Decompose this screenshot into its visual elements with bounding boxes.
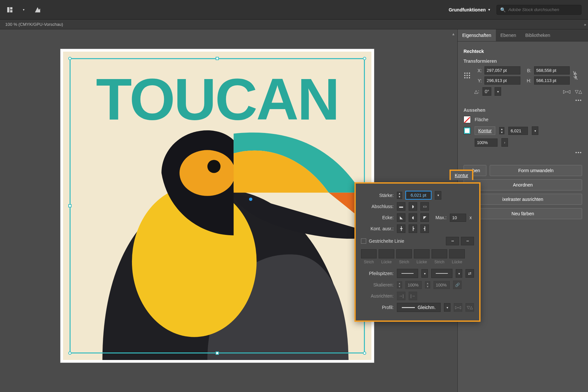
stock-search[interactable]: 🔍 — [497, 5, 581, 15]
quick-export-icon[interactable] — [34, 7, 41, 13]
svg-rect-1 — [10, 7, 12, 9]
gap-input[interactable] — [379, 249, 394, 258]
opacity-dropdown[interactable]: › — [501, 138, 508, 147]
dash-input[interactable] — [396, 249, 412, 258]
qa-arrange[interactable]: Anordnen — [464, 179, 582, 190]
qa-pixel-align[interactable]: ixelraster ausrichten — [464, 194, 582, 205]
home-icon[interactable] — [7, 7, 13, 13]
transform-more-icon[interactable]: ••• — [464, 98, 582, 103]
workspace-switcher[interactable]: Grundfunktionen ▾ — [449, 7, 490, 12]
h-value[interactable]: 566,113 pt — [534, 76, 570, 85]
stroke-popout-panel: Stärke: ▲▼ ▾ Abschluss: ▬ ◗ ▭ Ecke: ◣ ◖ … — [354, 182, 481, 322]
arrow-start-select[interactable] — [397, 269, 418, 278]
dashed-label: Gestrichelte Linie — [369, 238, 404, 244]
arrow-start-dropdown[interactable]: ▾ — [421, 269, 428, 278]
sp-weight-dropdown[interactable]: ▾ — [435, 191, 441, 200]
corner-miter-icon[interactable]: ◣ — [397, 213, 405, 222]
angle-value[interactable]: 0° — [482, 87, 491, 96]
dash-input[interactable] — [361, 249, 377, 258]
link-wh-icon[interactable] — [572, 71, 582, 80]
panel-tabs: Eigenschaften Ebenen Bibliotheken — [458, 29, 588, 41]
gap-input[interactable] — [449, 249, 465, 258]
y-value[interactable]: 296,913 pt — [484, 76, 520, 85]
selection-handle[interactable] — [216, 57, 219, 60]
corner-round-icon[interactable]: ◖ — [409, 213, 417, 222]
arrange-docs-dropdown[interactable]: ▾ — [23, 8, 24, 11]
stroke-weight-dropdown[interactable]: ▾ — [532, 126, 538, 135]
svg-point-10 — [464, 75, 466, 76]
cap-butt-icon[interactable]: ▬ — [397, 202, 405, 211]
swap-arrows-icon[interactable]: ⇄ — [466, 269, 474, 278]
sp-limit-suffix: x — [469, 215, 472, 220]
selection-handle[interactable] — [216, 351, 219, 355]
scale-start-stepper: ▲▼ — [397, 281, 402, 288]
sp-limit-value[interactable]: 10 — [450, 214, 466, 222]
align-center-icon[interactable]: ╋ — [397, 224, 405, 233]
selection-handle[interactable] — [68, 351, 72, 355]
svg-rect-2 — [10, 10, 12, 12]
corner-bevel-icon[interactable]: ◤ — [420, 213, 429, 222]
stroke-swatch[interactable] — [464, 127, 471, 134]
arrow-end-dropdown[interactable]: ▾ — [456, 269, 462, 278]
qa-recolor[interactable]: Neu färben — [464, 208, 582, 219]
artboard[interactable]: TOUCAN — [60, 49, 374, 363]
scroll-up-icon[interactable]: ▲ — [451, 31, 456, 37]
w-value[interactable]: 568,558 pt — [534, 66, 570, 74]
expand-panels-icon[interactable]: » — [584, 23, 588, 26]
document-tab[interactable]: 100 % (CMYK/GPU-Vorschau) — [2, 22, 66, 27]
appearance-more-icon[interactable]: ••• — [464, 150, 582, 155]
svg-point-11 — [466, 75, 468, 76]
x-value[interactable]: 297,057 pt — [484, 66, 520, 74]
align-outside-icon[interactable]: ┫ — [420, 224, 429, 233]
sp-weight-stepper[interactable]: ▲▼ — [397, 192, 402, 199]
tab-layers[interactable]: Ebenen — [496, 29, 521, 41]
tab-properties[interactable]: Eigenschaften — [458, 29, 496, 41]
appearance-heading: Aussehen — [464, 107, 582, 113]
dash-align-icon[interactable]: ┉ — [461, 237, 474, 245]
flip-vertical-icon[interactable]: ▽△ — [575, 89, 582, 94]
selection-handle[interactable] — [68, 57, 72, 60]
dash-input[interactable] — [432, 249, 447, 258]
cap-round-icon[interactable]: ◗ — [409, 202, 417, 211]
selection-handle[interactable] — [363, 351, 366, 355]
sp-cap-label: Abschluss: — [361, 204, 394, 209]
x-label: X: — [473, 68, 482, 73]
flip-horizontal-icon[interactable]: ▷◁ — [563, 89, 570, 94]
workspace-label: Grundfunktionen — [449, 7, 486, 12]
stroke-popout-header[interactable]: Kontur — [449, 170, 473, 180]
stock-search-input[interactable] — [508, 7, 578, 12]
selection-handle[interactable] — [68, 204, 72, 207]
arrow-end-select[interactable] — [431, 269, 452, 278]
qa-convert-shape[interactable]: Form umwandeln — [490, 165, 582, 176]
gap-input[interactable] — [414, 249, 430, 258]
sp-weight-input[interactable] — [405, 191, 432, 200]
scale-end-value: 100% — [433, 281, 450, 289]
dash-col-label: Strich — [361, 260, 377, 264]
stroke-weight-stepper[interactable]: ▲▼ — [499, 127, 504, 134]
flip-profile-h-icon: ▷◁ — [454, 303, 462, 312]
tab-libraries[interactable]: Bibliotheken — [521, 29, 555, 41]
stroke-weight-value[interactable]: 6,021 — [508, 127, 528, 135]
search-icon: 🔍 — [500, 7, 506, 12]
cap-projecting-icon[interactable]: ▭ — [420, 202, 429, 211]
profile-select[interactable]: Gleichm. — [397, 303, 441, 312]
y-label: Y: — [473, 78, 482, 83]
angle-dropdown[interactable]: ▾ — [495, 87, 501, 96]
stroke-panel-button[interactable]: Kontur — [475, 126, 495, 135]
quick-actions: eben Form umwandeln Anordnen ixelraster … — [464, 165, 582, 219]
link-scale-icon: 🔗 — [453, 281, 462, 289]
sp-align-label: Kont. ausr.: — [361, 226, 394, 231]
dash-col-label: Strich — [396, 260, 412, 264]
scale-end-stepper: ▲▼ — [425, 281, 430, 288]
dash-col-label: Lücke — [449, 260, 465, 264]
profile-dropdown[interactable]: ▾ — [444, 303, 450, 312]
dash-preserve-icon[interactable]: ┅ — [446, 237, 459, 245]
dashed-checkbox[interactable] — [361, 238, 366, 244]
opacity-value[interactable]: 100% — [475, 139, 498, 147]
selection-handle[interactable] — [363, 57, 366, 60]
align-inside-icon[interactable]: ┣ — [409, 224, 417, 233]
reference-point-icon[interactable] — [464, 72, 471, 79]
sp-scale-label: Skalieren: — [361, 282, 394, 287]
h-label: H: — [523, 78, 531, 83]
fill-swatch[interactable] — [464, 116, 471, 123]
